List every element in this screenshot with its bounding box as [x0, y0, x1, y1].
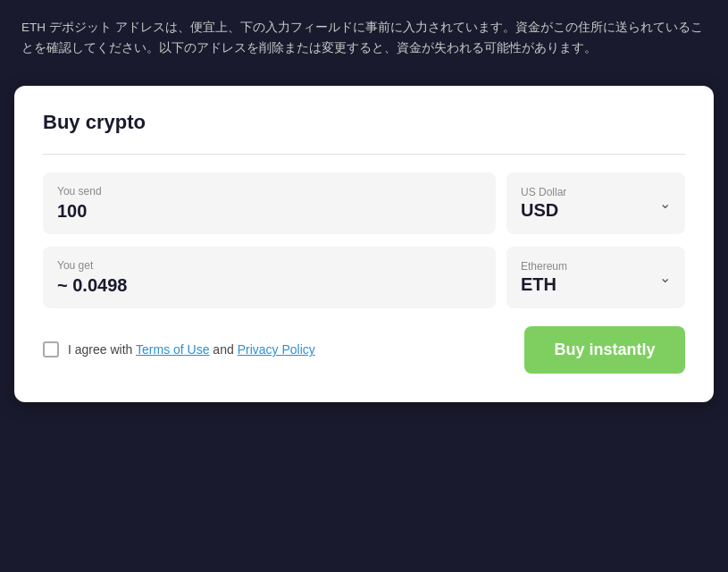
send-amount-field[interactable]: You send 100	[43, 172, 496, 234]
send-label: You send	[57, 185, 481, 198]
terms-of-use-link[interactable]: Terms of Use	[136, 342, 209, 357]
get-value: ~ 0.0498	[57, 275, 481, 296]
send-currency-name: US Dollar	[521, 186, 566, 198]
buy-instantly-button[interactable]: Buy instantly	[524, 326, 685, 374]
send-row: You send 100 US Dollar USD ⌄	[43, 172, 685, 234]
send-currency-info: US Dollar USD	[521, 186, 566, 221]
send-currency-code: USD	[521, 200, 566, 221]
get-row: You get ~ 0.0498 Ethereum ETH ⌄	[43, 247, 685, 308]
send-currency-selector[interactable]: US Dollar USD ⌄	[506, 172, 685, 234]
agree-prefix: I agree with	[68, 342, 136, 357]
get-amount-field: You get ~ 0.0498	[43, 247, 496, 308]
bottom-row: I agree with Terms of Use and Privacy Po…	[43, 326, 685, 374]
agree-checkbox[interactable]	[43, 341, 59, 358]
get-chevron-down-icon: ⌄	[659, 269, 671, 286]
get-currency-selector[interactable]: Ethereum ETH ⌄	[506, 247, 685, 308]
notice-banner: ETH デポジット アドレスは、便宜上、下の入力フィールドに事前に入力されていま…	[0, 0, 728, 77]
get-currency-info: Ethereum ETH	[521, 260, 567, 295]
get-currency-code: ETH	[521, 274, 567, 295]
send-value: 100	[57, 201, 481, 222]
get-label: You get	[57, 259, 481, 272]
agree-section: I agree with Terms of Use and Privacy Po…	[43, 341, 315, 358]
notice-text: ETH デポジット アドレスは、便宜上、下の入力フィールドに事前に入力されていま…	[21, 21, 703, 55]
send-chevron-down-icon: ⌄	[659, 195, 671, 212]
agree-connector: and	[209, 342, 237, 357]
buy-crypto-card: Buy crypto You send 100 US Dollar USD ⌄ …	[14, 86, 714, 402]
agree-text: I agree with Terms of Use and Privacy Po…	[68, 342, 315, 357]
privacy-policy-link[interactable]: Privacy Policy	[238, 342, 315, 357]
card-title: Buy crypto	[43, 111, 685, 134]
divider	[43, 154, 685, 155]
get-currency-name: Ethereum	[521, 260, 567, 273]
